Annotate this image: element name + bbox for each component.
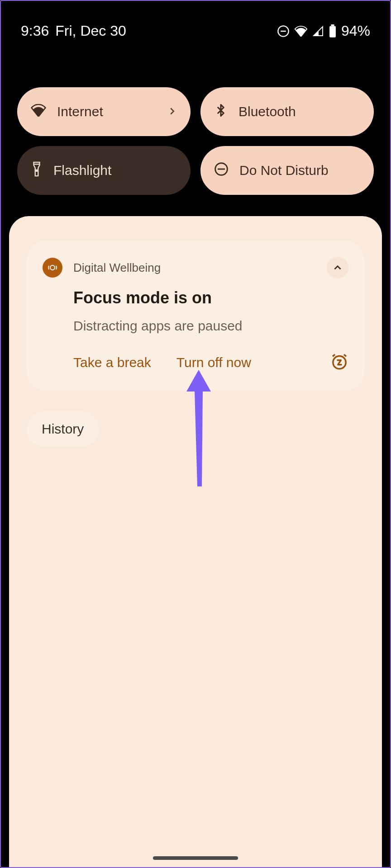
- status-left: 9:36 Fri, Dec 30: [21, 23, 126, 39]
- take-a-break-button[interactable]: Take a break: [73, 355, 151, 370]
- tile-label: Flashlight: [53, 163, 111, 178]
- status-date: Fri, Dec 30: [55, 23, 126, 39]
- tile-label: Internet: [57, 104, 103, 119]
- notification-app-name: Digital Wellbeing: [73, 261, 161, 275]
- status-bar: 9:36 Fri, Dec 30 94%: [1, 1, 390, 39]
- digital-wellbeing-icon: [43, 258, 62, 278]
- notification-header: Digital Wellbeing: [43, 257, 348, 278]
- nav-bar-handle[interactable]: [153, 856, 238, 860]
- tile-bluetooth[interactable]: Bluetooth: [200, 87, 374, 136]
- svg-point-8: [50, 265, 55, 270]
- notification-text: Distracting apps are paused: [73, 318, 348, 334]
- status-time: 9:36: [21, 23, 49, 39]
- status-right: 94%: [277, 23, 370, 39]
- tile-internet[interactable]: Internet: [17, 87, 191, 136]
- svg-point-5: [36, 170, 37, 171]
- tile-do-not-disturb[interactable]: Do Not Disturb: [200, 146, 374, 195]
- tile-label: Bluetooth: [238, 104, 296, 119]
- notification-panel: Digital Wellbeing Focus mode is on Distr…: [9, 216, 382, 867]
- battery-percent: 94%: [341, 23, 370, 39]
- dnd-status-icon: [277, 25, 290, 38]
- notification-card[interactable]: Digital Wellbeing Focus mode is on Distr…: [26, 241, 365, 391]
- notification-title: Focus mode is on: [73, 288, 348, 307]
- bluetooth-icon: [214, 102, 228, 122]
- history-button[interactable]: History: [26, 411, 99, 447]
- snooze-icon[interactable]: [330, 353, 348, 373]
- quick-settings-tiles: Internet Bluetooth Flashlight Do Not Dis…: [1, 39, 390, 195]
- svg-rect-3: [329, 26, 336, 37]
- signal-icon: [312, 26, 324, 37]
- notification-actions: Take a break Turn off now: [73, 353, 348, 373]
- dnd-icon: [214, 162, 229, 179]
- tile-flashlight[interactable]: Flashlight: [17, 146, 191, 195]
- flashlight-icon: [31, 161, 43, 180]
- svg-rect-2: [331, 24, 334, 26]
- wifi-icon: [294, 26, 308, 37]
- battery-icon: [329, 24, 337, 38]
- turn-off-now-button[interactable]: Turn off now: [176, 355, 251, 370]
- chevron-right-icon: [167, 104, 177, 119]
- tile-label: Do Not Disturb: [239, 163, 329, 178]
- collapse-button[interactable]: [327, 257, 348, 278]
- wifi-icon: [31, 104, 46, 120]
- notification-body: Focus mode is on Distracting apps are pa…: [43, 288, 348, 373]
- history-label: History: [42, 421, 84, 437]
